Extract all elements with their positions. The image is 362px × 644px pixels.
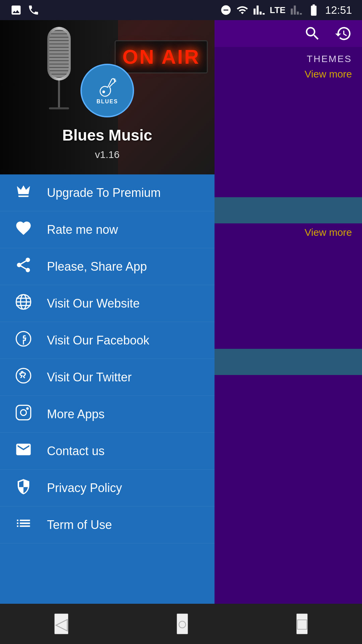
share-label: Please, Share App: [47, 260, 147, 274]
email-svg: [15, 441, 32, 458]
share-svg: [15, 256, 32, 274]
drawer-header: ON AIR BLUES Blues Music v1.16: [0, 20, 215, 174]
app-name: Blues Music: [0, 126, 215, 144]
on-air-text: ON AIR: [122, 45, 200, 68]
svg-line-2: [114, 80, 116, 80]
menu-item-contact[interactable]: Contact us: [0, 433, 215, 470]
svg-point-12: [20, 410, 26, 415]
list-icon: [13, 515, 34, 535]
svg-rect-11: [16, 405, 31, 420]
app-logo: BLUES: [80, 64, 134, 117]
status-left-icons: [10, 4, 40, 16]
home-button[interactable]: ○: [177, 613, 188, 634]
search-icon[interactable]: [304, 25, 321, 42]
drawer-menu: Upgrade To Premium Rate me now Ple: [0, 174, 215, 644]
svg-point-0: [102, 91, 105, 93]
phone-icon: [27, 4, 40, 16]
heart-icon: [13, 219, 34, 240]
shield-svg: [15, 478, 32, 495]
website-label: Visit Our Website: [47, 297, 140, 311]
battery-icon: [307, 3, 320, 17]
terms-label: Term of Use: [47, 518, 112, 532]
back-button[interactable]: ◁: [54, 613, 68, 634]
app-version: v1.16: [0, 149, 215, 160]
privacy-label: Privacy Policy: [47, 481, 122, 495]
twitter-label: Visit Our Twitter: [47, 370, 132, 384]
instagram-svg: [15, 404, 32, 421]
menu-item-website[interactable]: Visit Our Website: [0, 285, 215, 322]
facebook-svg: [15, 330, 32, 347]
instagram-icon: [13, 404, 34, 425]
photo-icon: [10, 4, 22, 16]
signal-icon: [253, 4, 265, 16]
navigation-drawer: ON AIR BLUES Blues Music v1.16: [0, 20, 215, 644]
email-icon: [13, 441, 34, 462]
contact-label: Contact us: [47, 444, 105, 458]
menu-item-share[interactable]: Please, Share App: [0, 248, 215, 285]
status-right-icons: LTE 12:51: [220, 3, 352, 17]
rate-label: Rate me now: [47, 223, 118, 237]
status-bar: LTE 12:51: [0, 0, 362, 20]
on-air-sign: ON AIR: [115, 40, 208, 73]
menu-item-privacy[interactable]: Privacy Policy: [0, 470, 215, 506]
recent-button[interactable]: □: [296, 613, 308, 634]
menu-item-terms[interactable]: Term of Use: [0, 506, 215, 543]
status-time: 12:51: [325, 4, 352, 16]
menu-item-twitter[interactable]: Visit Our Twitter: [0, 359, 215, 396]
shield-icon: [13, 478, 34, 498]
more-apps-label: More Apps: [47, 407, 105, 421]
list-svg: [15, 515, 32, 532]
share-icon: [13, 256, 34, 277]
signal2-icon: [290, 4, 302, 16]
menu-item-upgrade[interactable]: Upgrade To Premium: [0, 174, 215, 211]
menu-item-rate[interactable]: Rate me now: [0, 211, 215, 248]
facebook-icon: [13, 330, 34, 351]
mic-stand: [46, 27, 72, 121]
facebook-label: Visit Our Facebook: [47, 333, 149, 347]
crown-svg: [15, 182, 32, 200]
menu-item-facebook[interactable]: Visit Our Facebook: [0, 322, 215, 359]
twitter-svg: [15, 367, 32, 384]
nav-bar: ◁ ○ □: [0, 604, 362, 644]
upgrade-label: Upgrade To Premium: [47, 186, 161, 200]
globe-svg: [15, 293, 32, 311]
history-icon[interactable]: [335, 25, 352, 42]
menu-item-more-apps[interactable]: More Apps: [0, 396, 215, 433]
globe-icon: [13, 293, 34, 314]
twitter-icon: [13, 367, 34, 388]
lte-label: LTE: [270, 5, 286, 15]
wifi-icon: [236, 4, 248, 16]
svg-point-13: [27, 408, 28, 409]
svg-point-10: [16, 368, 31, 383]
do-not-disturb-icon: [220, 4, 232, 16]
crown-icon: [13, 182, 34, 203]
logo-blues-text: BLUES: [97, 99, 118, 105]
app-container: THEMES View more www STI Chatfire Konsta…: [0, 20, 362, 644]
heart-svg: [15, 219, 32, 237]
guitar-icon: [94, 76, 121, 100]
